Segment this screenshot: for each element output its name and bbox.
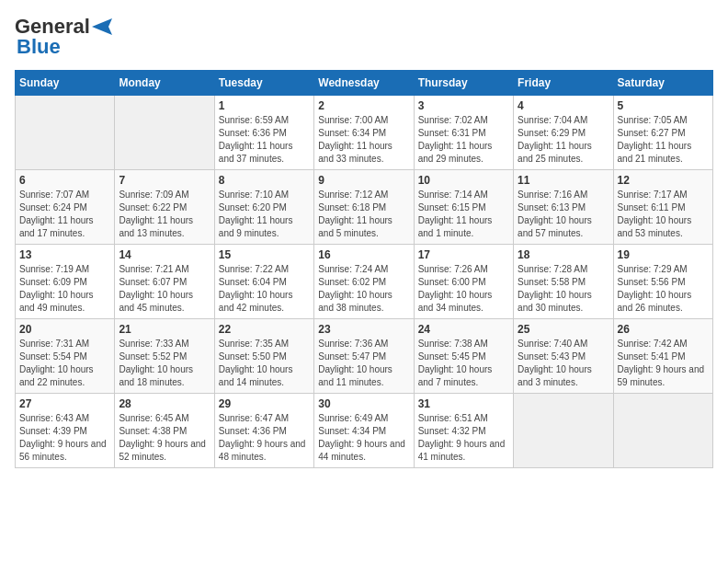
header-day-wednesday: Wednesday <box>314 71 414 96</box>
calendar-cell: 27Sunrise: 6:43 AM Sunset: 4:39 PM Dayli… <box>16 394 115 468</box>
day-number: 3 <box>418 99 509 112</box>
week-row-3: 13Sunrise: 7:19 AM Sunset: 6:09 PM Dayli… <box>16 245 713 319</box>
calendar-cell: 6Sunrise: 7:07 AM Sunset: 6:24 PM Daylig… <box>16 170 115 245</box>
header-row: SundayMondayTuesdayWednesdayThursdayFrid… <box>16 71 713 96</box>
day-number: 11 <box>518 174 609 187</box>
calendar-cell: 5Sunrise: 7:05 AM Sunset: 6:27 PM Daylig… <box>613 96 712 170</box>
calendar-cell: 28Sunrise: 6:45 AM Sunset: 4:38 PM Dayli… <box>115 394 214 468</box>
day-info: Sunrise: 7:38 AM Sunset: 5:45 PM Dayligh… <box>418 338 509 389</box>
calendar-cell: 12Sunrise: 7:17 AM Sunset: 6:11 PM Dayli… <box>613 170 712 245</box>
day-info: Sunrise: 6:45 AM Sunset: 4:38 PM Dayligh… <box>119 412 210 464</box>
day-number: 28 <box>119 397 210 410</box>
day-info: Sunrise: 6:47 AM Sunset: 4:36 PM Dayligh… <box>219 412 310 464</box>
day-number: 15 <box>219 248 310 261</box>
calendar-cell: 25Sunrise: 7:40 AM Sunset: 5:43 PM Dayli… <box>514 319 613 394</box>
day-info: Sunrise: 6:43 AM Sunset: 4:39 PM Dayligh… <box>19 412 110 464</box>
day-number: 22 <box>219 323 310 336</box>
day-number: 19 <box>618 248 709 261</box>
week-row-2: 6Sunrise: 7:07 AM Sunset: 6:24 PM Daylig… <box>16 170 713 245</box>
calendar-cell: 20Sunrise: 7:31 AM Sunset: 5:54 PM Dayli… <box>16 319 115 394</box>
logo-bird-icon <box>92 17 118 37</box>
calendar-cell: 16Sunrise: 7:24 AM Sunset: 6:02 PM Dayli… <box>314 245 414 319</box>
day-info: Sunrise: 7:17 AM Sunset: 6:11 PM Dayligh… <box>618 189 709 240</box>
week-row-1: 1Sunrise: 6:59 AM Sunset: 6:36 PM Daylig… <box>16 96 713 170</box>
day-info: Sunrise: 7:40 AM Sunset: 5:43 PM Dayligh… <box>518 338 609 389</box>
calendar-cell: 1Sunrise: 6:59 AM Sunset: 6:36 PM Daylig… <box>214 96 313 170</box>
calendar-table: SundayMondayTuesdayWednesdayThursdayFrid… <box>15 70 713 468</box>
day-info: Sunrise: 7:00 AM Sunset: 6:34 PM Dayligh… <box>318 114 409 166</box>
day-number: 23 <box>318 323 409 336</box>
calendar-cell <box>613 394 712 468</box>
day-info: Sunrise: 7:07 AM Sunset: 6:24 PM Dayligh… <box>19 189 110 240</box>
day-info: Sunrise: 7:42 AM Sunset: 5:41 PM Dayligh… <box>618 338 709 389</box>
day-info: Sunrise: 7:05 AM Sunset: 6:27 PM Dayligh… <box>618 114 709 166</box>
day-number: 13 <box>19 248 110 261</box>
day-info: Sunrise: 7:33 AM Sunset: 5:52 PM Dayligh… <box>119 338 210 389</box>
header-day-tuesday: Tuesday <box>214 71 313 96</box>
calendar-cell <box>16 96 115 170</box>
calendar-cell: 18Sunrise: 7:28 AM Sunset: 5:58 PM Dayli… <box>514 245 613 319</box>
calendar-cell: 29Sunrise: 6:47 AM Sunset: 4:36 PM Dayli… <box>214 394 313 468</box>
calendar-cell: 26Sunrise: 7:42 AM Sunset: 5:41 PM Dayli… <box>613 319 712 394</box>
day-number: 21 <box>119 323 210 336</box>
day-info: Sunrise: 7:14 AM Sunset: 6:15 PM Dayligh… <box>418 189 509 240</box>
logo: General Blue <box>15 15 118 59</box>
header-day-monday: Monday <box>115 71 214 96</box>
day-info: Sunrise: 7:36 AM Sunset: 5:47 PM Dayligh… <box>318 338 409 389</box>
calendar-body: 1Sunrise: 6:59 AM Sunset: 6:36 PM Daylig… <box>16 96 713 468</box>
day-info: Sunrise: 6:59 AM Sunset: 6:36 PM Dayligh… <box>219 114 310 166</box>
calendar-cell: 14Sunrise: 7:21 AM Sunset: 6:07 PM Dayli… <box>115 245 214 319</box>
day-info: Sunrise: 7:10 AM Sunset: 6:20 PM Dayligh… <box>219 189 310 240</box>
day-number: 20 <box>19 323 110 336</box>
day-number: 31 <box>418 397 509 410</box>
header-day-thursday: Thursday <box>414 71 513 96</box>
calendar-cell: 13Sunrise: 7:19 AM Sunset: 6:09 PM Dayli… <box>16 245 115 319</box>
day-info: Sunrise: 6:51 AM Sunset: 4:32 PM Dayligh… <box>418 412 509 464</box>
day-number: 16 <box>318 248 409 261</box>
day-info: Sunrise: 6:49 AM Sunset: 4:34 PM Dayligh… <box>318 412 409 464</box>
day-number: 5 <box>618 99 709 112</box>
calendar-cell <box>115 96 214 170</box>
calendar-cell: 31Sunrise: 6:51 AM Sunset: 4:32 PM Dayli… <box>414 394 513 468</box>
header-day-saturday: Saturday <box>613 71 712 96</box>
day-number: 26 <box>618 323 709 336</box>
day-info: Sunrise: 7:24 AM Sunset: 6:02 PM Dayligh… <box>318 263 409 315</box>
day-number: 9 <box>318 174 409 187</box>
day-number: 25 <box>518 323 609 336</box>
calendar-cell: 10Sunrise: 7:14 AM Sunset: 6:15 PM Dayli… <box>414 170 513 245</box>
day-number: 29 <box>219 397 310 410</box>
calendar-cell: 9Sunrise: 7:12 AM Sunset: 6:18 PM Daylig… <box>314 170 414 245</box>
calendar-cell: 19Sunrise: 7:29 AM Sunset: 5:56 PM Dayli… <box>613 245 712 319</box>
calendar-cell: 2Sunrise: 7:00 AM Sunset: 6:34 PM Daylig… <box>314 96 414 170</box>
day-info: Sunrise: 7:04 AM Sunset: 6:29 PM Dayligh… <box>518 114 609 166</box>
day-number: 7 <box>119 174 210 187</box>
day-number: 1 <box>219 99 310 112</box>
header: General Blue <box>15 15 713 59</box>
day-info: Sunrise: 7:16 AM Sunset: 6:13 PM Dayligh… <box>518 189 609 240</box>
day-info: Sunrise: 7:28 AM Sunset: 5:58 PM Dayligh… <box>518 263 609 315</box>
day-number: 27 <box>19 397 110 410</box>
day-info: Sunrise: 7:22 AM Sunset: 6:04 PM Dayligh… <box>219 263 310 315</box>
day-number: 10 <box>418 174 509 187</box>
day-info: Sunrise: 7:26 AM Sunset: 6:00 PM Dayligh… <box>418 263 509 315</box>
day-number: 4 <box>518 99 609 112</box>
calendar-cell: 11Sunrise: 7:16 AM Sunset: 6:13 PM Dayli… <box>514 170 613 245</box>
calendar-cell: 21Sunrise: 7:33 AM Sunset: 5:52 PM Dayli… <box>115 319 214 394</box>
calendar-cell: 17Sunrise: 7:26 AM Sunset: 6:00 PM Dayli… <box>414 245 513 319</box>
day-info: Sunrise: 7:02 AM Sunset: 6:31 PM Dayligh… <box>418 114 509 166</box>
header-day-sunday: Sunday <box>16 71 115 96</box>
day-number: 6 <box>19 174 110 187</box>
calendar-cell: 30Sunrise: 6:49 AM Sunset: 4:34 PM Dayli… <box>314 394 414 468</box>
logo-blue: Blue <box>17 35 61 58</box>
calendar-cell: 4Sunrise: 7:04 AM Sunset: 6:29 PM Daylig… <box>514 96 613 170</box>
week-row-5: 27Sunrise: 6:43 AM Sunset: 4:39 PM Dayli… <box>16 394 713 468</box>
calendar-cell: 8Sunrise: 7:10 AM Sunset: 6:20 PM Daylig… <box>214 170 313 245</box>
day-info: Sunrise: 7:21 AM Sunset: 6:07 PM Dayligh… <box>119 263 210 315</box>
day-info: Sunrise: 7:29 AM Sunset: 5:56 PM Dayligh… <box>618 263 709 315</box>
day-number: 8 <box>219 174 310 187</box>
day-info: Sunrise: 7:35 AM Sunset: 5:50 PM Dayligh… <box>219 338 310 389</box>
calendar-cell: 15Sunrise: 7:22 AM Sunset: 6:04 PM Dayli… <box>214 245 313 319</box>
calendar-header: SundayMondayTuesdayWednesdayThursdayFrid… <box>16 71 713 96</box>
day-number: 14 <box>119 248 210 261</box>
day-info: Sunrise: 7:19 AM Sunset: 6:09 PM Dayligh… <box>19 263 110 315</box>
